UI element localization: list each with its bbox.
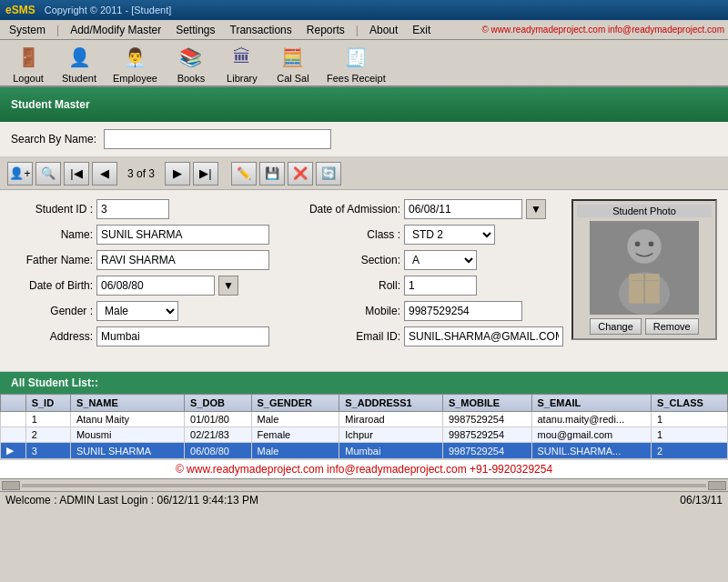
logout-icon: 🚪 [14, 43, 43, 72]
status-bar: Welcome : ADMIN Last Login : 06/12/11 9:… [0, 491, 728, 509]
library-button[interactable]: 🏛 Library [219, 41, 265, 85]
menu-system[interactable]: System [4, 22, 51, 38]
table-row[interactable]: ▶ 3 SUNIL SHARMA 06/08/80 Male Mumbai 99… [1, 443, 728, 459]
section-select[interactable]: A B C [404, 250, 477, 270]
refresh-button[interactable]: 🔄 [316, 162, 341, 186]
name-input[interactable] [96, 225, 269, 245]
horizontal-scrollbar[interactable] [0, 478, 728, 491]
delete-button[interactable]: ❌ [288, 162, 313, 186]
section-row: Section: A B C [291, 250, 566, 270]
table-header: All Student List:: [0, 372, 728, 394]
student-id-input[interactable] [96, 199, 169, 219]
edit-button[interactable]: ✏️ [231, 162, 257, 186]
student-id-row: Student ID : [11, 199, 286, 219]
feesreceipt-icon: 🧾 [341, 43, 370, 72]
class-label: Class : [291, 228, 400, 241]
menu-settings[interactable]: Settings [170, 22, 220, 38]
email-row: Email ID: [291, 326, 566, 346]
data-table: S_ID S_NAME S_DOB S_GENDER S_ADDRESS1 S_… [0, 394, 728, 459]
cell-sdob: 06/08/80 [185, 443, 251, 459]
mobile-input[interactable] [404, 301, 522, 321]
logout-button[interactable]: 🚪 Logout [5, 41, 51, 85]
menu-add-modify[interactable]: Add/Modify Master [65, 22, 167, 38]
cell-sid: 3 [25, 443, 70, 459]
roll-input[interactable] [404, 276, 477, 296]
menu-bar: System | Add/Modify Master Settings Tran… [0, 20, 728, 40]
col-sclass[interactable]: S_CLASS [652, 395, 728, 412]
gender-select[interactable]: Male Female [96, 301, 178, 321]
mobile-label: Mobile: [291, 305, 400, 317]
scroll-right-button[interactable] [708, 481, 726, 490]
col-sid[interactable]: S_ID [25, 395, 70, 412]
books-button[interactable]: 📚 Books [168, 41, 214, 85]
col-saddress1[interactable]: S_ADDRESS1 [339, 395, 443, 412]
doa-input[interactable] [404, 199, 522, 219]
class-select[interactable]: STD 1 STD 2 STD 3 [404, 225, 495, 245]
menu-reports[interactable]: Reports [301, 22, 350, 38]
next-record-button[interactable]: ▶ [165, 162, 190, 186]
col-sname[interactable]: S_NAME [70, 395, 184, 412]
change-photo-button[interactable]: Change [590, 318, 642, 335]
first-record-button[interactable]: |◀ [64, 162, 89, 186]
copyright-text: Copyright © 2011 - [Student] [45, 5, 723, 15]
table-row[interactable]: 2 Mousmi 02/21/83 Female Ichpur 99875292… [1, 427, 728, 443]
footer-watermark-text: © www.readymadeproject.com info@readymad… [176, 463, 552, 476]
father-name-input[interactable] [96, 250, 269, 270]
nav-counter: 3 of 3 [120, 166, 162, 182]
cell-sgender: Male [251, 412, 339, 427]
logout-label: Logout [13, 73, 44, 84]
form-left-col: Student ID : Name: Father Name: Date of … [11, 199, 286, 362]
col-semail[interactable]: S_EMAIL [531, 395, 652, 412]
save-button[interactable]: 💾 [259, 162, 285, 186]
student-label: Student [62, 73, 96, 84]
page-header: Student Master [0, 87, 728, 122]
cell-smobile: 9987529254 [442, 443, 531, 459]
dob-label: Date of Birth: [11, 279, 93, 292]
search-label: Search By Name: [11, 133, 96, 146]
footer-watermark: © www.readymadeproject.com info@readymad… [0, 459, 728, 478]
prev-record-button[interactable]: ◀ [92, 162, 117, 186]
status-left: Welcome : ADMIN Last Login : 06/12/11 9:… [5, 494, 258, 507]
col-sdob[interactable]: S_DOB [185, 395, 251, 412]
scroll-left-button[interactable] [2, 481, 20, 490]
row-pointer-cell [1, 412, 26, 427]
cell-semail: mou@gmail.com [531, 427, 652, 443]
search-record-button[interactable]: 🔍 [35, 162, 61, 186]
name-label: Name: [11, 228, 93, 241]
menu-transactions[interactable]: Transactions [225, 22, 298, 38]
email-label: Email ID: [291, 330, 400, 343]
mobile-row: Mobile: [291, 301, 566, 321]
menu-about[interactable]: About [364, 22, 403, 38]
dob-input[interactable] [96, 276, 215, 296]
col-smobile[interactable]: S_MOBILE [442, 395, 531, 412]
add-record-button[interactable]: 👤+ [7, 162, 33, 186]
address-input[interactable] [96, 326, 269, 346]
cell-sid: 1 [25, 412, 70, 427]
gender-label: Gender : [11, 305, 93, 317]
employee-button[interactable]: 👨‍💼 Employee [107, 41, 163, 85]
cell-semail: SUNIL.SHARMA... [531, 443, 652, 459]
feesreceipt-button[interactable]: 🧾 Fees Receipt [321, 41, 391, 85]
email-input[interactable] [404, 326, 563, 346]
father-name-row: Father Name: [11, 250, 286, 270]
remove-photo-button[interactable]: Remove [645, 318, 699, 335]
form-middle-col: Date of Admission: ▼ Class : STD 1 STD 2… [291, 199, 566, 362]
student-button[interactable]: 👤 Student [56, 41, 102, 85]
dob-picker-button[interactable]: ▼ [218, 276, 238, 296]
table-row[interactable]: 1 Atanu Maity 01/01/80 Male Miraroad 998… [1, 412, 728, 427]
last-record-button[interactable]: ▶| [193, 162, 218, 186]
cell-sclass: 1 [652, 412, 728, 427]
doa-picker-button[interactable]: ▼ [526, 199, 546, 219]
cell-sclass: 1 [652, 427, 728, 443]
photo-box: Student Photo Change Remove [571, 199, 717, 340]
table-container[interactable]: S_ID S_NAME S_DOB S_GENDER S_ADDRESS1 S_… [0, 394, 728, 459]
table-header-row: S_ID S_NAME S_DOB S_GENDER S_ADDRESS1 S_… [1, 395, 728, 412]
col-pointer [1, 395, 26, 412]
page-title: Student Master [11, 98, 90, 111]
sep1: | [55, 24, 61, 36]
books-icon: 📚 [177, 43, 206, 72]
col-sgender[interactable]: S_GENDER [251, 395, 339, 412]
calsal-button[interactable]: 🧮 Cal Sal [270, 41, 316, 85]
search-input[interactable] [104, 129, 331, 149]
menu-exit[interactable]: Exit [407, 22, 436, 38]
